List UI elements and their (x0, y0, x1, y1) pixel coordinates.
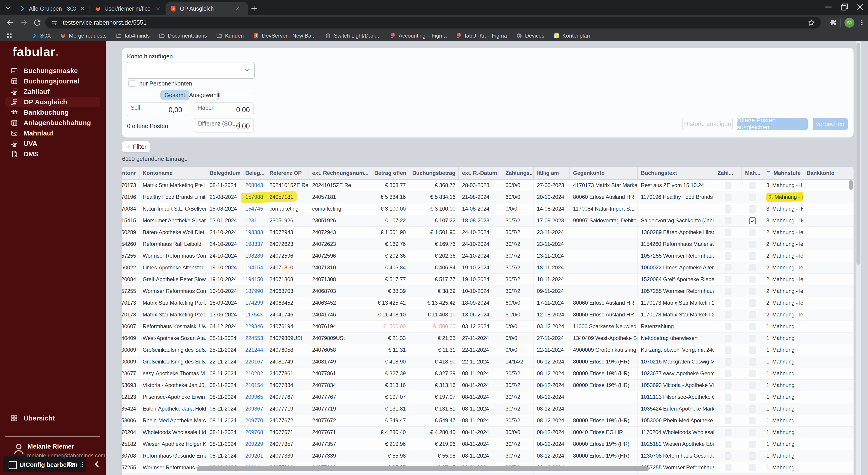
sidebar-item-bankbuchung[interactable]: Bankbuchung (0, 107, 106, 118)
column-header-9[interactable]: Zahlungs... (502, 167, 534, 179)
table-row-6[interactable]: 1057255Wormser Reformhaus Corn...24-10-2… (122, 250, 854, 262)
table-row-18[interactable]: 1012123Pilsensee-Apotheke Erwin ...08-11… (122, 391, 854, 403)
column-header-13[interactable]: Zahl... (714, 167, 742, 179)
reload-button[interactable] (33, 18, 41, 27)
table-row-19[interactable]: 1035424Eulen-Apotheke Jana Holder08-11-2… (122, 403, 854, 415)
beleg-link[interactable]: 208843 (245, 182, 263, 188)
page-scrollbar-thumb[interactable] (857, 43, 860, 265)
column-header-3[interactable]: Beleg... (242, 167, 266, 179)
site-info-icon[interactable] (51, 19, 58, 26)
table-row-11[interactable]: 1170173Matrix Star Marketing Pte L...13-… (122, 309, 854, 321)
table-row-1[interactable]: 1170196Healthy Food Brands Limit...21-08… (122, 191, 854, 203)
mah-checkbox[interactable] (749, 264, 756, 271)
column-header-11[interactable]: Gegenkonto (570, 167, 638, 179)
table-row-5[interactable]: 1154260Reformhaus Ralf Leibold24-10-2024… (122, 238, 854, 250)
beleg-link[interactable]: 209768 (245, 429, 263, 435)
sidebar-item-mahnlauf[interactable]: Mahnlauf (0, 128, 106, 139)
mah-checkbox[interactable] (749, 276, 756, 283)
mah-checkbox[interactable] (749, 464, 756, 471)
sidebar-item-uva[interactable]: UVA (0, 139, 106, 149)
tab-search-icon[interactable] (4, 3, 13, 12)
mah-checkbox[interactable] (749, 288, 756, 295)
page-scrollbar[interactable] (856, 41, 861, 475)
uiconfig-checkbox[interactable] (8, 461, 17, 469)
gears-icon[interactable]: ⚙⚙ (67, 460, 76, 468)
window-restore-button[interactable] (839, 2, 849, 12)
bookmark-9[interactable]: Devices (516, 33, 544, 39)
column-header-8[interactable]: ext. R.-Datum (459, 167, 502, 179)
beleg-link[interactable]: 198337 (245, 241, 263, 247)
browser-menu-icon[interactable] (858, 19, 866, 26)
mah-checkbox-checked[interactable] (749, 217, 756, 225)
bookmark-7[interactable]: Accounting – Figma (390, 33, 447, 39)
sidebar-item-uebersicht[interactable]: Übersicht (10, 414, 55, 422)
zahl-checkbox[interactable] (725, 182, 732, 189)
column-header-4[interactable]: Referenz OP (266, 167, 309, 179)
table-row-14[interactable]: 4900009Großeinkaufsring des Süß...25-11-… (122, 344, 854, 356)
beleg-link[interactable]: 194154 (245, 264, 263, 270)
mah-checkbox[interactable] (749, 405, 756, 413)
zahl-checkbox[interactable] (725, 464, 732, 471)
beleg-link[interactable]: 198383 (245, 229, 263, 235)
beleg-link[interactable]: 117543 (245, 311, 263, 318)
table-row-25[interactable]: 1062305Rosen-Apotheke Bahnhofst...07-11-… (122, 474, 854, 475)
beleg-link[interactable]: 210202 (245, 370, 263, 376)
beleg-link[interactable]: 224553 (245, 335, 263, 341)
tab-close-icon[interactable] (234, 6, 240, 11)
mah-checkbox[interactable] (749, 417, 756, 424)
sidebar-item-buchungsjournal[interactable]: Buchungsjournal (0, 76, 106, 86)
zahl-checkbox[interactable] (725, 194, 732, 201)
table-row-8[interactable]: 1520084Greif-Apotheke Peter Slowik19-10-… (122, 274, 854, 286)
verbuchen-button[interactable]: verbuchen (813, 118, 848, 130)
table-row-15[interactable]: 4900009Großeinkaufsring des Süß...22-11-… (122, 356, 854, 368)
beleg-link[interactable]: 209229 (245, 441, 263, 447)
table-row-17[interactable]: 1053693Viktoria - Apotheke Jan Jü...08-1… (122, 380, 854, 391)
mah-checkbox[interactable] (749, 347, 756, 354)
offene-posten-ausgleichen-button[interactable]: Offene Posten ausgleichen (737, 118, 808, 130)
table-row-20[interactable]: 1053006Rhein-Med Apotheke Marc...08-11-2… (122, 415, 854, 426)
sidebar-item-anlagenbuchhaltung[interactable]: Anlagenbuchhaltung (0, 118, 106, 128)
mah-checkbox[interactable] (749, 241, 756, 248)
zahl-checkbox[interactable] (725, 253, 732, 260)
beleg-link[interactable]: 210154 (245, 382, 263, 388)
beleg-link[interactable]: 194150 (245, 276, 263, 282)
tab-close-icon[interactable] (80, 6, 86, 11)
mah-checkbox[interactable] (749, 253, 756, 260)
beleg-link[interactable]: 198289 (245, 253, 263, 259)
zahl-checkbox[interactable] (725, 370, 732, 377)
beleg-link[interactable]: 209770 (245, 417, 263, 423)
zahl-checkbox[interactable] (725, 347, 732, 354)
table-row-3[interactable]: 1115415Morsumer Apotheke Susan...03-01-2… (122, 215, 854, 227)
beleg-link[interactable]: 220167 (245, 358, 263, 365)
table-row-21[interactable]: 1170204Wholefoods Wholesale Ltd...08-11-… (122, 426, 854, 438)
personenkonten-checkbox[interactable] (128, 80, 135, 87)
mah-checkbox[interactable] (749, 429, 756, 436)
bookmark-4[interactable]: Kunden (216, 33, 244, 39)
extensions-icon[interactable] (829, 19, 837, 27)
beleg-link[interactable]: 154745 (245, 206, 263, 212)
sidebar-item-zahllauf[interactable]: Zahllauf (0, 86, 106, 97)
column-header-12[interactable]: Buchungstext (638, 167, 714, 179)
column-header-5[interactable]: ext. Rechnungsnum... (309, 167, 371, 179)
beleg-link[interactable]: 1231 (245, 217, 257, 224)
beleg-link[interactable]: 157988 (245, 194, 263, 200)
toggle-gesamt[interactable]: Gesamt (160, 90, 189, 100)
profile-avatar[interactable]: M (844, 18, 855, 28)
column-header-0[interactable]: Kontonr. (122, 167, 140, 179)
bookmark-star-icon[interactable] (807, 19, 815, 27)
beleg-link[interactable]: 209867 (245, 406, 263, 412)
sidebar-collapse-icon[interactable] (92, 459, 102, 469)
zahl-checkbox[interactable] (725, 405, 732, 413)
table-row-4[interactable]: 1360289Bären-Apotheke Wolf Diet...24-10-… (122, 227, 854, 238)
bookmark-10[interactable]: Kontenplan (553, 33, 590, 39)
zahl-checkbox[interactable] (725, 311, 732, 319)
zahl-checkbox[interactable] (725, 229, 732, 236)
zahl-checkbox[interactable] (725, 382, 732, 389)
table-row-23[interactable]: 1230708Reformhaus Gesunde Ernä...08-11-2… (122, 450, 854, 462)
bookmark-3[interactable]: Documentations (159, 33, 207, 39)
window-close-button[interactable] (855, 2, 865, 12)
forward-button[interactable] (20, 18, 28, 27)
sidebar-item-dms[interactable]: DMS (0, 149, 106, 159)
window-minimize-button[interactable] (823, 2, 834, 12)
historie-anzeigen-button[interactable]: Historie anzeigen (682, 118, 733, 130)
